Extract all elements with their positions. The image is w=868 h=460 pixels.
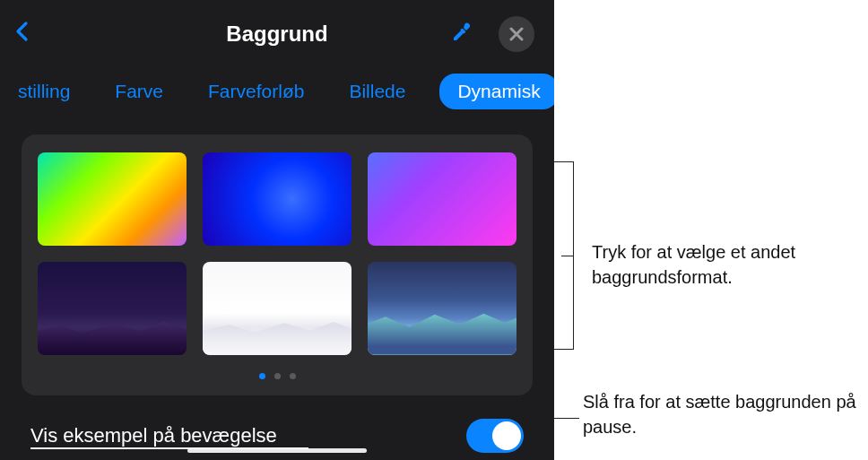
swatch-gradient-purple-pink[interactable] (368, 152, 516, 246)
swatch-landscape-light[interactable] (203, 262, 352, 355)
callouts-area: Tryk for at vælge et andet baggrundsform… (554, 0, 868, 460)
preview-motion-toggle[interactable] (466, 419, 524, 453)
page-dot-3 (290, 373, 296, 379)
tab-farve[interactable]: Farve (104, 74, 174, 109)
callout-line-pause (554, 418, 579, 419)
tab-farveforlob[interactable]: Farveforløb (197, 74, 315, 109)
tab-stilling[interactable]: stilling (7, 74, 81, 109)
swatch-landscape-teal[interactable] (368, 262, 516, 355)
callout-bracket-format (554, 161, 574, 350)
tab-dynamisk[interactable]: Dynamisk (439, 74, 554, 109)
close-button[interactable] (499, 16, 534, 52)
callout-text-format: Tryk for at vælge et andet baggrundsform… (592, 239, 868, 290)
chevron-left-icon (14, 21, 29, 42)
preview-motion-label: Vis eksempel på bevægelse (30, 424, 277, 447)
toggle-knob (492, 421, 521, 450)
close-icon (509, 27, 524, 41)
panel-title: Baggrund (226, 22, 327, 47)
swatch-landscape-dark[interactable] (38, 262, 187, 355)
callout-text-pause: Slå fra for at sætte baggrunden på pause… (583, 389, 868, 439)
swatch-panel (22, 135, 533, 395)
panel-header: Baggrund (0, 0, 554, 68)
page-indicator[interactable] (38, 369, 516, 383)
eyedropper-icon (450, 21, 473, 44)
page-dot-1 (259, 373, 265, 379)
back-button[interactable] (14, 20, 29, 48)
background-settings-panel: Baggrund stilling Farve Farveforløb Bill… (0, 0, 554, 460)
eyedropper-button[interactable] (450, 21, 473, 48)
home-indicator[interactable] (187, 448, 367, 453)
header-actions (450, 16, 534, 52)
page-dot-2 (274, 373, 281, 379)
swatch-gradient-blue[interactable] (203, 152, 352, 246)
tab-bar: stilling Farve Farveforløb Billede Dynam… (0, 68, 554, 122)
swatch-grid (38, 152, 516, 355)
tab-billede[interactable]: Billede (338, 74, 416, 109)
swatch-gradient-rainbow[interactable] (38, 152, 187, 246)
